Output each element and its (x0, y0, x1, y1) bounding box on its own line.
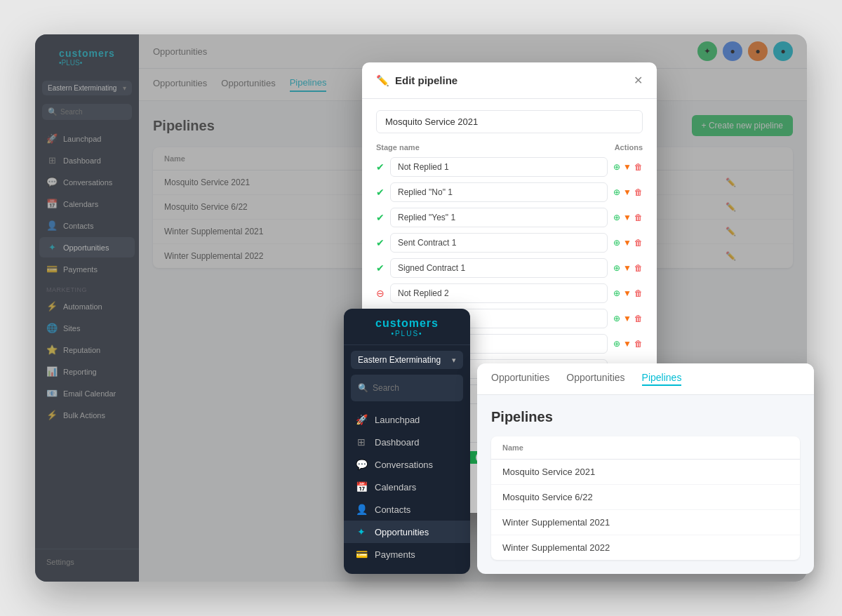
stage-clone-btn[interactable]: ⊕ (613, 339, 620, 349)
floating-table-row: Winter Supplemental 2022 (491, 535, 800, 560)
stage-actions: ⊕ ▼ 🗑 (613, 314, 643, 323)
stage-actions: ⊕ ▼ 🗑 (613, 187, 643, 197)
stage-row-3: ✔ ⊕ ▼ 🗑 (376, 233, 643, 253)
stage-row-4: ✔ ⊕ ▼ 🗑 (376, 258, 643, 278)
floating-nav-label: Contacts (375, 504, 410, 515)
payments-icon: 💳 (355, 549, 368, 560)
floating-nav-label: Opportunities (375, 527, 429, 537)
conversations-icon: 💬 (355, 459, 368, 470)
floating-main-panel: Opportunities Opportunities Pipelines Pi… (477, 363, 814, 574)
stage-input-3[interactable] (390, 233, 608, 253)
stage-filter-btn[interactable]: ▼ (623, 213, 632, 222)
floating-nav-calendars[interactable]: 📅 Calendars (344, 476, 470, 498)
floating-table-header: Name (491, 436, 800, 460)
floating-nav-launchpad[interactable]: 🚀 Launchpad (344, 408, 470, 431)
floating-nav-label: Conversations (375, 460, 433, 470)
actions-label: Actions (615, 143, 643, 152)
modal-header: ✏️ Edit pipeline ✕ (362, 62, 657, 99)
stage-check-icon: ✔ (376, 237, 385, 248)
floating-tab-opportunities[interactable]: Opportunities (491, 372, 549, 386)
stage-delete-btn[interactable]: 🗑 (634, 288, 643, 298)
modal-close-button[interactable]: ✕ (634, 74, 643, 87)
floating-table-row: Winter Supplemental 2021 (491, 510, 800, 535)
floating-pipelines-table: Name Mosquito Service 2021 Mosquito Serv… (491, 436, 800, 560)
stage-clone-btn[interactable]: ⊕ (613, 314, 620, 323)
floating-nav-payments[interactable]: 💳 Payments (344, 543, 470, 565)
floating-nav-contacts[interactable]: 👤 Contacts (344, 498, 470, 521)
stage-delete-btn[interactable]: 🗑 (634, 339, 643, 349)
stage-actions: ⊕ ▼ 🗑 (613, 238, 643, 248)
stage-input-5[interactable] (390, 283, 608, 303)
stage-input-0[interactable] (390, 157, 608, 177)
floating-table-row: Mosquito Service 6/22 (491, 485, 800, 510)
stage-filter-btn[interactable]: ▼ (623, 314, 632, 323)
edit-icon-modal: ✏️ (376, 74, 389, 87)
stage-check-icon: ✔ (376, 187, 385, 198)
stage-delete-btn[interactable]: 🗑 (634, 314, 643, 323)
stage-name-label: Stage name (376, 143, 420, 152)
floating-company-name: Eastern Exterminating (358, 355, 441, 365)
stage-check-icon: ✔ (376, 212, 385, 223)
stage-filter-btn[interactable]: ▼ (623, 339, 632, 349)
floating-logo: customers •PLUS• (344, 317, 470, 345)
stage-delete-btn[interactable]: 🗑 (634, 187, 643, 197)
floating-logo-plus: •PLUS• (352, 330, 462, 337)
stage-delete-btn[interactable]: 🗑 (634, 263, 643, 273)
search-icon: 🔍 (358, 383, 368, 393)
stage-actions: ⊕ ▼ 🗑 (613, 213, 643, 222)
stage-input-1[interactable] (390, 182, 608, 202)
calendars-icon: 📅 (355, 481, 368, 493)
floating-table-row: Mosquito Service 2021 (491, 460, 800, 485)
floating-content: Pipelines Name Mosquito Service 2021 Mos… (477, 395, 814, 574)
floating-nav-opportunities[interactable]: ✦ Opportunities (344, 521, 470, 543)
stage-delete-btn[interactable]: 🗑 (634, 213, 643, 222)
floating-nav-dashboard[interactable]: ⊞ Dashboard (344, 431, 470, 453)
floating-logo-text: customers (352, 317, 462, 330)
stage-actions: ⊕ ▼ 🗑 (613, 339, 643, 349)
floating-tab-pipelines[interactable]: Pipelines (642, 372, 682, 386)
stage-check-icon: ⊖ (376, 288, 385, 299)
stage-check-icon: ✔ (376, 161, 385, 173)
modal-title: ✏️ Edit pipeline (376, 74, 457, 87)
floating-nav-label: Payments (375, 549, 415, 560)
stage-filter-btn[interactable]: ▼ (623, 288, 632, 298)
floating-top-bar: Opportunities Opportunities Pipelines (477, 363, 814, 395)
stage-row-5: ⊖ ⊕ ▼ 🗑 (376, 283, 643, 303)
stage-delete-btn[interactable]: 🗑 (634, 162, 643, 172)
stage-filter-btn[interactable]: ▼ (623, 162, 632, 172)
contacts-icon: 👤 (355, 504, 368, 515)
floating-tab-opportunities2[interactable]: Opportunities (566, 372, 624, 386)
stage-filter-btn[interactable]: ▼ (623, 263, 632, 273)
stage-clone-btn[interactable]: ⊕ (613, 288, 620, 298)
opportunities-icon: ✦ (355, 526, 368, 537)
floating-sidebar: customers •PLUS• Eastern Exterminating ▾… (344, 309, 470, 574)
stage-filter-btn[interactable]: ▼ (623, 187, 632, 197)
stage-actions: ⊕ ▼ 🗑 (613, 288, 643, 298)
stage-check-icon: ✔ (376, 262, 385, 274)
stage-input-4[interactable] (390, 258, 608, 278)
floating-page-title: Pipelines (491, 409, 800, 425)
stage-actions: ⊕ ▼ 🗑 (613, 162, 643, 172)
chevron-down-icon: ▾ (452, 356, 456, 365)
stage-row-0: ✔ ⊕ ▼ 🗑 (376, 157, 643, 177)
launchpad-icon: 🚀 (355, 414, 368, 425)
stage-row-2: ✔ ⊕ ▼ 🗑 (376, 208, 643, 227)
stage-header: Stage name Actions (376, 143, 643, 152)
floating-search-input[interactable] (373, 383, 470, 393)
floating-search-bar[interactable]: 🔍 ctrl K + (351, 375, 463, 401)
pipeline-name-input[interactable] (376, 110, 643, 133)
floating-nav-label: Calendars (375, 482, 416, 493)
stage-clone-btn[interactable]: ⊕ (613, 162, 620, 172)
stage-row-1: ✔ ⊕ ▼ 🗑 (376, 182, 643, 202)
stage-delete-btn[interactable]: 🗑 (634, 238, 643, 248)
stage-clone-btn[interactable]: ⊕ (613, 263, 620, 273)
stage-filter-btn[interactable]: ▼ (623, 238, 632, 248)
floating-company-selector[interactable]: Eastern Exterminating ▾ (351, 351, 463, 369)
stage-clone-btn[interactable]: ⊕ (613, 187, 620, 197)
stage-clone-btn[interactable]: ⊕ (613, 213, 620, 222)
stage-input-2[interactable] (390, 208, 608, 227)
floating-nav-conversations[interactable]: 💬 Conversations (344, 453, 470, 476)
floating-nav-label: Dashboard (375, 437, 420, 448)
dashboard-icon: ⊞ (355, 436, 368, 448)
stage-clone-btn[interactable]: ⊕ (613, 238, 620, 248)
